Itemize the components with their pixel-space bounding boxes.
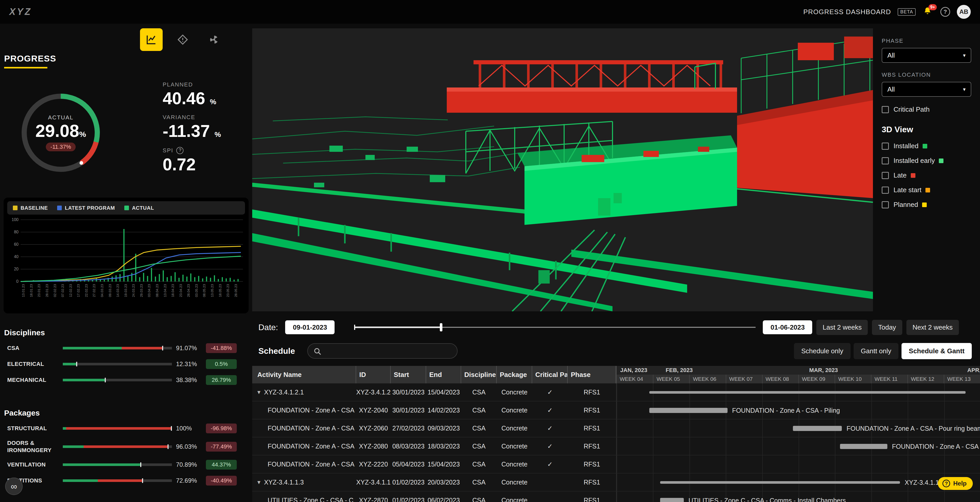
- progress-bar: [63, 427, 172, 430]
- column-header-activity-name[interactable]: Activity Name: [252, 366, 356, 383]
- progress-percent: 96.03%: [176, 443, 202, 450]
- column-header-discipline[interactable]: Discipline: [461, 366, 497, 383]
- avatar[interactable]: AB: [957, 5, 971, 19]
- schedule-search[interactable]: [307, 343, 458, 359]
- packages-rows: STRUCTURAL 100% -96.98% DOORS & IRONMONG…: [0, 424, 249, 486]
- gantt-bar[interactable]: [793, 426, 842, 431]
- start-date-input[interactable]: [285, 320, 334, 334]
- help-circle-icon[interactable]: ?: [940, 7, 950, 17]
- page-title: PROGRESS DASHBOARD: [803, 8, 891, 16]
- date-slider-handle[interactable]: [440, 323, 442, 331]
- schedule-row[interactable]: ▾XYZ-3.4.1.1.3 XYZ-3.4.1.1 01/02/2023 20…: [252, 473, 980, 491]
- actual-progress-value: 29.08%: [35, 122, 86, 140]
- filter-installed-early[interactable]: Installed early: [882, 157, 971, 165]
- progress-bar: [63, 363, 172, 365]
- app-logo[interactable]: XYZ: [9, 6, 32, 17]
- variance-badge: 0.5%: [206, 359, 237, 369]
- checkbox[interactable]: [882, 143, 889, 150]
- activity-end: 15/04/2023: [426, 456, 461, 473]
- checkbox[interactable]: [882, 106, 889, 113]
- filter-installed[interactable]: Installed: [882, 142, 971, 150]
- phase-select[interactable]: All ▾: [882, 48, 971, 63]
- activity-id: XYZ-2060: [356, 419, 391, 437]
- spi-value: 0.72: [163, 156, 221, 173]
- critical-path-checkbox[interactable]: Critical Path: [882, 105, 971, 113]
- gantt-week-label: WEEK 11: [871, 375, 907, 383]
- svg-text:14.03.23: 14.03.23: [116, 284, 120, 297]
- gantt-bar[interactable]: [840, 444, 887, 449]
- schedule-only-button[interactable]: Schedule only: [794, 343, 850, 359]
- disciplines-rows: CSA 91.07% -41.88% ELECTRICAL 12.31% 0.5…: [0, 343, 249, 385]
- column-header-end[interactable]: End: [426, 366, 461, 383]
- beta-badge: BETA: [898, 8, 916, 16]
- svg-text:07.02.23: 07.02.23: [61, 284, 65, 297]
- filter-late-start[interactable]: Late start: [882, 186, 971, 194]
- chevron-down-icon[interactable]: ▾: [257, 473, 261, 491]
- progress-bar: [63, 379, 172, 381]
- column-header-phase[interactable]: Phase: [568, 366, 616, 383]
- next-2-weeks-button[interactable]: Next 2 weeks: [907, 320, 959, 335]
- column-header-start[interactable]: Start: [391, 366, 426, 383]
- column-header-id[interactable]: ID: [356, 366, 391, 383]
- help-button[interactable]: ? Help: [938, 477, 973, 490]
- tab-orbit[interactable]: [203, 28, 226, 51]
- progress-bar: [63, 347, 172, 349]
- schedule-row[interactable]: ▾XYZ-3.4.1.2.1 XYZ-3.4.1.2 30/01/2023 15…: [252, 383, 980, 401]
- progress-row-electrical: ELECTRICAL 12.31% 0.5%: [0, 359, 249, 369]
- schedule-row[interactable]: FOUNDATION - Zone A - CSA XYZ-2080 08/03…: [252, 437, 980, 456]
- schedule-toolbar: Schedule Schedule only Gantt only Schedu…: [252, 343, 980, 359]
- schedule-row[interactable]: FOUNDATION - Zone A - CSA XYZ-2040 30/01…: [252, 401, 980, 419]
- checkbox[interactable]: [882, 157, 889, 164]
- checkbox[interactable]: [882, 201, 889, 208]
- info-icon[interactable]: ?: [176, 147, 183, 154]
- activity-name: UTILITIES - Zone C - CSA - C: [268, 491, 353, 502]
- schedule-heading: Schedule: [258, 346, 295, 356]
- schedule-and-gantt-button[interactable]: Schedule & Gantt: [902, 343, 972, 359]
- tab-progress-chart[interactable]: [140, 28, 163, 51]
- chat-launcher[interactable]: ∞: [5, 478, 23, 495]
- schedule-row[interactable]: UTILITIES - Zone C - CSA - C XYZ-2870 01…: [252, 491, 980, 502]
- question-mark-icon: ?: [942, 480, 950, 487]
- activity-end: 18/03/2023: [426, 437, 461, 455]
- activity-name: FOUNDATION - Zone A - CSA: [268, 437, 355, 455]
- planned-marker-dot: [79, 160, 84, 165]
- activity-start: 30/01/2023: [391, 401, 426, 419]
- activity-id: XYZ-2220: [356, 456, 391, 473]
- search-input[interactable]: [308, 344, 457, 358]
- wbs-location-select[interactable]: All ▾: [882, 82, 971, 97]
- date-slider[interactable]: [354, 322, 756, 332]
- activity-id: XYZ-2870: [356, 491, 391, 502]
- column-header-critical-path[interactable]: Critical Path: [532, 366, 568, 383]
- progress-row-label: CSA: [7, 345, 59, 352]
- checkbox[interactable]: [882, 187, 889, 194]
- gantt-bar[interactable]: [649, 391, 965, 394]
- end-date-input[interactable]: [763, 320, 812, 334]
- filter-planned[interactable]: Planned: [882, 201, 971, 209]
- gantt-bar[interactable]: [649, 408, 727, 413]
- critical-check-icon: ✓: [532, 383, 568, 401]
- svg-text:17.02.23: 17.02.23: [76, 284, 80, 297]
- schedule-row[interactable]: FOUNDATION - Zone A - CSA XYZ-2060 27/02…: [252, 419, 980, 437]
- activity-id: XYZ-3.4.1.2: [356, 383, 391, 401]
- filter-late[interactable]: Late: [882, 172, 971, 180]
- date-label: Date:: [258, 322, 278, 332]
- tab-risk[interactable]: [172, 28, 194, 51]
- gantt-bar-label: FOUNDATION - Zone A - CSA - Piling: [727, 401, 840, 419]
- bim-3d-viewport[interactable]: [252, 28, 873, 311]
- chevron-down-icon[interactable]: ▾: [257, 383, 261, 401]
- svg-text:08.04.23: 08.04.23: [155, 284, 159, 297]
- date-slider-fill: [354, 327, 441, 328]
- svg-text:08.05.23: 08.05.23: [202, 284, 206, 297]
- gantt-bar-label: FOUNDATION - Zone A - CSA: [887, 437, 979, 455]
- checkbox[interactable]: [882, 172, 889, 179]
- last-2-weeks-button[interactable]: Last 2 weeks: [816, 320, 868, 335]
- progress-row-ventilation: VENTILATION 70.89% 44.37%: [0, 460, 249, 470]
- schedule-row[interactable]: FOUNDATION - Zone A - CSA XYZ-2220 05/04…: [252, 456, 980, 473]
- gantt-bar[interactable]: [660, 498, 684, 502]
- notifications-button[interactable]: 9+: [922, 6, 934, 17]
- gantt-only-button[interactable]: Gantt only: [854, 343, 899, 359]
- today-button[interactable]: Today: [872, 320, 902, 335]
- activity-id: XYZ-3.4.1.1: [356, 473, 391, 491]
- gantt-bar[interactable]: [660, 481, 900, 484]
- column-header-package[interactable]: Package: [497, 366, 532, 383]
